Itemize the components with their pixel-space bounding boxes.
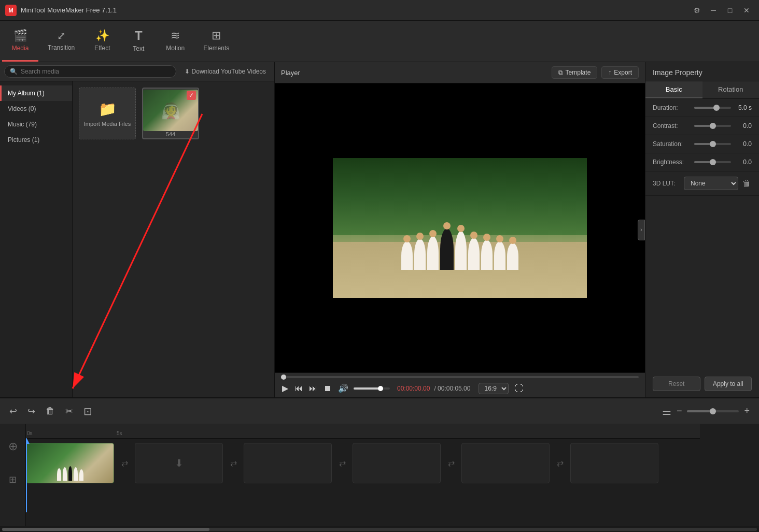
- toolbar-item-elements[interactable]: ⊞ Elements: [194, 21, 238, 62]
- zoom-in-button[interactable]: +: [741, 404, 753, 419]
- search-bar[interactable]: 🔍: [4, 65, 176, 78]
- media-grid: 📁 Import Media Files 👰 544 ✓: [73, 81, 274, 397]
- delete-clip-button[interactable]: 🗑: [43, 404, 58, 419]
- saturation-label: Saturation:: [653, 140, 694, 148]
- zoom-fill: [687, 410, 713, 412]
- toolbar-item-motion[interactable]: ≋ Motion: [157, 21, 194, 62]
- video-clip-1[interactable]: [26, 443, 114, 483]
- brightness-slider-wrap: 0.0: [694, 159, 752, 166]
- transition-2[interactable]: ⇄: [223, 443, 244, 483]
- toolbar-item-text[interactable]: T Text: [120, 21, 157, 62]
- toolbar-item-effect[interactable]: ✨ Effect: [84, 21, 120, 62]
- volume-slider[interactable]: [354, 387, 390, 390]
- transition-icon-2: ⇄: [230, 458, 237, 468]
- tab-rotation[interactable]: Rotation: [702, 81, 760, 98]
- empty-clip-6[interactable]: [570, 443, 658, 483]
- scrollbar-thumb[interactable]: [2, 528, 209, 531]
- progress-indicator: [281, 375, 286, 380]
- transition-5[interactable]: ⇄: [550, 443, 570, 483]
- empty-clip-2[interactable]: ⬇: [135, 443, 223, 483]
- media-item-544[interactable]: 👰 544 ✓: [142, 88, 199, 139]
- player-title: Player: [281, 69, 300, 77]
- zoom-slider[interactable]: [687, 410, 739, 412]
- toolbar-item-transition[interactable]: ⤢ Transition: [38, 21, 84, 62]
- play-button[interactable]: ▶: [281, 382, 289, 394]
- cut-button[interactable]: ✂: [62, 404, 76, 419]
- window-controls: ⚙ ─ □ ✕: [690, 3, 754, 18]
- figure-5: [468, 238, 480, 270]
- player-header: Player ⧉ Template ↑ Export: [275, 62, 645, 83]
- lut-select[interactable]: None: [684, 177, 738, 190]
- duration-value: 5.0 s: [735, 104, 752, 111]
- export-button[interactable]: ↑ Export: [601, 66, 639, 79]
- timeline-content: 0s 5s: [26, 424, 759, 526]
- app-title: MiniTool MovieMaker Free 7.1.1: [21, 6, 690, 14]
- empty-clip-3[interactable]: [244, 443, 332, 483]
- download-youtube-button[interactable]: ⬇ Download YouTube Videos: [180, 66, 270, 77]
- transition-icon: ⤢: [57, 30, 66, 42]
- crop-button[interactable]: ⊡: [80, 403, 95, 420]
- saturation-row: Saturation: 0.0: [645, 135, 759, 153]
- stop-button[interactable]: ⏹: [322, 383, 333, 394]
- duration-slider-wrap: 5.0 s: [694, 104, 752, 111]
- contrast-slider[interactable]: [694, 125, 731, 127]
- sidebar-item-my-album[interactable]: My Album (1): [0, 85, 72, 101]
- tab-basic[interactable]: Basic: [645, 81, 702, 98]
- import-media-tile[interactable]: 📁 Import Media Files: [79, 88, 136, 139]
- brightness-slider[interactable]: [694, 161, 731, 163]
- elements-icon: ⊞: [212, 29, 221, 42]
- player-panel: Player ⧉ Template ↑ Export: [275, 62, 645, 397]
- player-controls: ▶ ⏮ ⏭ ⏹ 🔊 00:00:00.00 / 00:00:05.00 16:9…: [275, 372, 645, 397]
- volume-icon[interactable]: 🔊: [337, 382, 349, 394]
- download-clip-icon: ⬇: [175, 457, 184, 469]
- reset-button[interactable]: Reset: [653, 377, 700, 391]
- template-button[interactable]: ⧉ Template: [552, 66, 598, 79]
- zoom-out-button[interactable]: −: [673, 404, 685, 419]
- text-icon: T: [135, 28, 143, 43]
- transition-label: Transition: [48, 44, 75, 51]
- duration-slider[interactable]: [694, 107, 731, 109]
- progress-bar[interactable]: [281, 376, 639, 378]
- panel-toggle[interactable]: ›: [638, 220, 645, 240]
- empty-clip-4[interactable]: [353, 443, 441, 483]
- transition-icon-1: ⇄: [121, 458, 128, 468]
- settings-button[interactable]: ⚙: [690, 3, 704, 18]
- undo-button[interactable]: ↩: [6, 404, 20, 419]
- fullscreen-button[interactable]: ⛶: [515, 384, 523, 393]
- lut-delete-button[interactable]: 🗑: [741, 178, 752, 189]
- sidebar-item-pictures[interactable]: Pictures (1): [0, 132, 72, 148]
- duration-thumb: [713, 105, 720, 111]
- export-label: Export: [614, 69, 632, 76]
- redo-button[interactable]: ↪: [24, 404, 38, 419]
- saturation-slider[interactable]: [694, 143, 731, 145]
- lut-label: 3D LUT:: [653, 180, 684, 187]
- template-label: Template: [566, 69, 591, 76]
- transition-4[interactable]: ⇄: [441, 443, 461, 483]
- clip-thumbnail: [26, 443, 114, 483]
- apply-all-button[interactable]: Apply to all: [705, 377, 752, 391]
- transition-icon-5: ⇄: [557, 458, 564, 468]
- close-button[interactable]: ✕: [739, 3, 754, 18]
- download-icon: ⬇: [185, 68, 190, 75]
- empty-clip-5[interactable]: [461, 443, 550, 483]
- time-total: / 00:00:05.00: [434, 385, 470, 392]
- scrollbar-track[interactable]: [2, 528, 757, 531]
- transition-1[interactable]: ⇄: [114, 443, 135, 483]
- contrast-slider-wrap: 0.0: [694, 122, 752, 130]
- videos-label: Videos (0): [8, 105, 36, 112]
- minimize-button[interactable]: ─: [706, 3, 721, 18]
- sidebar-item-music[interactable]: Music (79): [0, 117, 72, 132]
- motion-icon: ≋: [171, 29, 180, 42]
- search-input[interactable]: [21, 68, 171, 75]
- toolbar-item-media[interactable]: 🎬 Media: [2, 21, 38, 62]
- transition-3[interactable]: ⇄: [332, 443, 353, 483]
- add-track-button[interactable]: ⊕: [8, 440, 18, 453]
- skip-forward-button[interactable]: ⏭: [308, 383, 318, 394]
- sidebar-item-videos[interactable]: Videos (0): [0, 101, 72, 117]
- contrast-thumb: [710, 123, 716, 129]
- skip-back-button[interactable]: ⏮: [293, 383, 304, 394]
- music-label: Music (79): [8, 121, 37, 128]
- aspect-ratio-select[interactable]: 16:9 9:16 4:3 1:1: [479, 383, 509, 394]
- maximize-button[interactable]: □: [723, 3, 737, 18]
- brightness-thumb: [710, 159, 716, 165]
